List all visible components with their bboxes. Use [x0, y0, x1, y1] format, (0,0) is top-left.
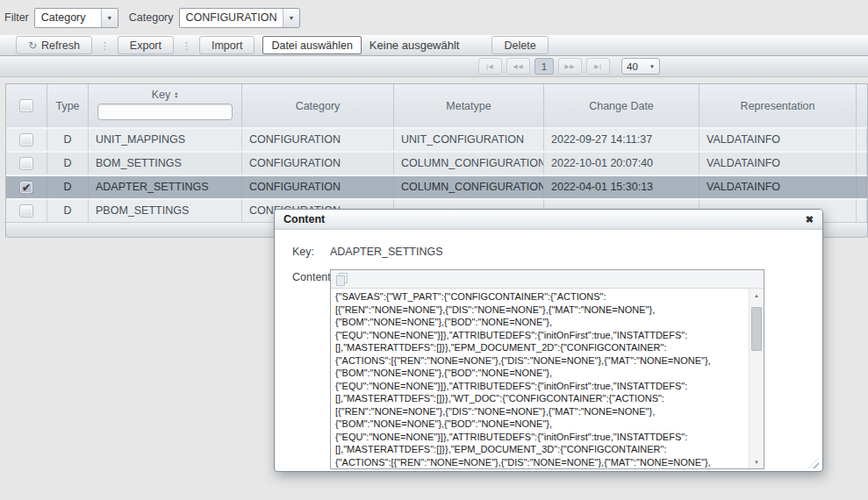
cell-key: ADAPTER_SETTINGS — [89, 176, 242, 198]
table-row[interactable]: D BOM_SETTINGS CONFIGURATION COLUMN_CONF… — [6, 151, 867, 175]
next-page-icon: ▶▶ — [565, 63, 576, 70]
key-field-label: Key: — [292, 244, 330, 258]
key-field-value: ADAPTER_SETTINGS — [330, 244, 443, 258]
page-size-value: 40 — [627, 61, 638, 72]
filter-type-value: Category — [35, 11, 101, 24]
content-editor: {"SAVEAS":{"WT_PART":{"CONFIGCONTAINER":… — [330, 269, 764, 469]
refresh-button[interactable]: ↻ Refresh — [16, 36, 92, 54]
cell-change-date: 2022-09-27 14:11:37 — [544, 129, 699, 151]
filter-type-dropdown[interactable]: Category ▼ — [34, 8, 118, 28]
column-header-key[interactable]: Key ▲▼ — [89, 84, 242, 127]
export-button-label: Export — [130, 39, 161, 52]
content-field-label: Content: — [292, 269, 330, 469]
row-checkbox[interactable] — [19, 157, 33, 170]
column-header-type[interactable]: Type — [47, 84, 89, 127]
app-window: Filter Category ▼ Category CONFIGURATION… — [0, 0, 868, 500]
scroll-down-icon[interactable]: ▼ — [750, 455, 764, 468]
column-header-category[interactable]: Category — [242, 84, 394, 127]
paginator-bar: |◀ ◀◀ 1 ▶▶ ▶| 40 ▼ — [0, 56, 868, 77]
table-header: Type Key ▲▼ Category Metatype Change Dat… — [6, 84, 867, 127]
scroll-up-icon[interactable]: ▲ — [750, 289, 764, 302]
copy-icon[interactable] — [335, 273, 348, 285]
row-checkbox[interactable] — [19, 204, 33, 218]
key-filter-input[interactable] — [97, 104, 233, 120]
first-page-icon: |◀ — [486, 63, 494, 70]
cell-type: D — [47, 129, 89, 151]
content-text[interactable]: {"SAVEAS":{"WT_PART":{"CONFIGCONTAINER":… — [331, 289, 749, 468]
cell-key: BOM_SETTINGS — [89, 153, 242, 175]
cell-change-date: 2022-04-01 15:30:13 — [544, 176, 699, 198]
chevron-down-icon: ▼ — [649, 64, 655, 69]
category-label: Category — [129, 11, 174, 24]
dialog-title: Content — [283, 213, 806, 225]
dialog-body: Key: ADAPTER_SETTINGS Content: {"SAVEAS"… — [275, 230, 822, 469]
cell-metatype: UNIT_CONFIGURATION — [394, 129, 544, 151]
cell-type: D — [47, 176, 89, 198]
content-dialog: Content ✖ Key: ADAPTER_SETTINGS Content:… — [274, 209, 823, 472]
table-row[interactable]: D UNIT_MAPPINGS CONFIGURATION UNIT_CONFI… — [6, 127, 867, 151]
select-all-header-cell — [6, 84, 47, 127]
previous-page-icon: ◀◀ — [513, 63, 524, 70]
column-header-representation[interactable]: Representation — [699, 84, 857, 127]
delete-button[interactable]: Delete — [491, 36, 548, 54]
column-header-change-date[interactable]: Change Date — [544, 84, 699, 127]
cell-category: CONFIGURATION — [242, 153, 394, 175]
choose-file-button[interactable]: Datei auswählen — [262, 36, 361, 54]
row-checkbox[interactable] — [19, 133, 33, 146]
export-button[interactable]: Export — [118, 36, 174, 54]
content-editor-toolbar — [331, 270, 764, 289]
cell-key: PBOM_SETTINGS — [89, 200, 242, 222]
next-page-button[interactable]: ▶▶ — [558, 58, 582, 75]
category-dropdown[interactable]: CONFIGURATION ▼ — [179, 8, 300, 28]
toolbar-grip-icon: ⋮ — [182, 41, 191, 50]
cell-representation: VALDATAINFO — [699, 176, 857, 198]
select-all-checkbox[interactable] — [19, 99, 33, 112]
first-page-button[interactable]: |◀ — [478, 58, 502, 75]
row-spacer-cell — [857, 176, 867, 198]
toolbar-grip-icon: ⋮ — [100, 41, 110, 50]
row-spacer-cell — [857, 200, 867, 222]
category-value: CONFIGURATION — [180, 11, 283, 24]
table-row-selected[interactable]: ✔ D ADAPTER_SETTINGS CONFIGURATION COLUM… — [6, 175, 867, 198]
main-toolbar: ↻ Refresh ⋮ Export ⋮ Import Datei auswäh… — [0, 35, 868, 56]
cell-key: UNIT_MAPPINGS — [89, 129, 242, 151]
row-spacer-cell — [857, 129, 867, 151]
scrollbar-thumb[interactable] — [751, 307, 762, 351]
filter-bar: Filter Category ▼ Category CONFIGURATION… — [0, 0, 868, 35]
row-spacer-cell — [857, 153, 867, 175]
cell-representation: VALDATAINFO — [699, 153, 857, 175]
page-size-select[interactable]: 40 ▼ — [621, 58, 660, 75]
cell-type: D — [47, 200, 89, 222]
refresh-button-label: Refresh — [41, 39, 80, 52]
scrollbar[interactable]: ▲ ▼ — [749, 289, 764, 468]
last-page-icon: ▶| — [594, 63, 602, 70]
dialog-header[interactable]: Content ✖ — [275, 210, 822, 230]
delete-button-label: Delete — [504, 39, 535, 52]
last-page-button[interactable]: ▶| — [586, 58, 610, 75]
cell-metatype: COLUMN_CONFIGURATION — [394, 176, 544, 198]
filter-label: Filter — [4, 11, 29, 24]
cell-change-date: 2022-10-01 20:07:40 — [544, 153, 699, 175]
current-page-button[interactable]: 1 — [534, 58, 554, 75]
column-header-metatype[interactable]: Metatype — [394, 84, 544, 127]
cell-type: D — [47, 153, 89, 175]
checkmark-icon: ✔ — [22, 182, 31, 193]
cell-category: CONFIGURATION — [242, 176, 394, 198]
chevron-down-icon[interactable]: ▼ — [283, 9, 298, 27]
close-icon[interactable]: ✖ — [806, 214, 814, 225]
sort-icon[interactable]: ▲▼ — [174, 91, 178, 98]
cell-category: CONFIGURATION — [242, 129, 394, 151]
previous-page-button[interactable]: ◀◀ — [506, 58, 530, 75]
row-checkbox-checked[interactable]: ✔ — [19, 181, 33, 194]
column-header-key-label: Key — [152, 89, 171, 101]
cell-metatype: COLUMN_CONFIGURATION — [394, 153, 544, 175]
paginator-controls: |◀ ◀◀ 1 ▶▶ ▶| 40 ▼ — [478, 58, 660, 75]
file-status-text: Keine ausgewählt — [369, 39, 460, 52]
refresh-icon: ↻ — [28, 39, 37, 52]
scrollbar-track[interactable] — [750, 302, 764, 455]
import-button-label: Import — [212, 39, 242, 52]
cell-representation: VALDATAINFO — [699, 129, 857, 151]
import-button[interactable]: Import — [199, 36, 255, 54]
header-spacer-cell — [857, 84, 867, 127]
chevron-down-icon[interactable]: ▼ — [101, 9, 118, 27]
